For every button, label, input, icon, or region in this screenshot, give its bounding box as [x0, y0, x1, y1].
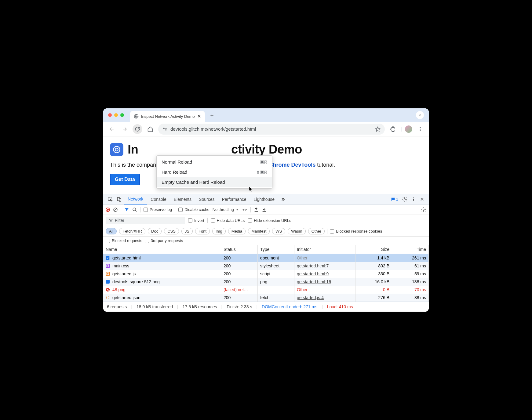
issues-button[interactable]: 1 — [391, 197, 398, 202]
funnel-icon — [109, 218, 113, 223]
chip-all[interactable]: All — [106, 228, 117, 234]
device-toggle-icon[interactable] — [115, 197, 124, 202]
browser-tab[interactable]: Inspect Network Activity Demo ✕ — [130, 111, 205, 122]
chip-manifest[interactable]: Manifest — [248, 228, 270, 234]
network-settings-gear-icon[interactable] — [421, 207, 426, 212]
chip-doc[interactable]: Doc — [148, 228, 162, 234]
menu-item-normal-reload[interactable]: Normal Reload ⌘R — [157, 157, 272, 167]
download-icon[interactable] — [262, 207, 267, 212]
tab-elements[interactable]: Elements — [170, 194, 195, 205]
search-icon[interactable] — [132, 207, 137, 212]
chip-js[interactable]: JS — [181, 228, 193, 234]
col-type[interactable]: Type — [258, 245, 294, 254]
extensions-button[interactable] — [388, 124, 398, 134]
cell-initiator: getstarted.html:16 — [294, 278, 355, 286]
status-domcontentloaded: DOMContentLoaded: 271 ms — [262, 304, 317, 309]
preserve-log-checkbox[interactable]: Preserve log — [144, 207, 172, 212]
reload-context-menu: Normal Reload ⌘R Hard Reload ⇧⌘R Empty C… — [156, 155, 272, 189]
blocked-response-cookies-checkbox[interactable]: Blocked response cookies — [330, 229, 382, 234]
col-name[interactable]: Name — [103, 245, 221, 254]
close-devtools-icon[interactable] — [418, 197, 426, 202]
site-settings-icon[interactable] — [162, 127, 167, 132]
chip-ws[interactable]: WS — [272, 228, 285, 234]
svg-point-4 — [420, 129, 421, 129]
svg-point-17 — [423, 209, 425, 210]
svg-point-16 — [133, 208, 136, 211]
col-status[interactable]: Status — [221, 245, 258, 254]
throttling-dropdown[interactable]: No throttling ▼ — [213, 207, 239, 212]
menu-item-label: Normal Reload — [162, 159, 192, 165]
wifi-icon[interactable] — [242, 207, 247, 212]
bookmark-star-icon[interactable] — [375, 126, 381, 132]
initiator-link[interactable]: getstarted.html:16 — [297, 279, 331, 284]
table-row[interactable]: 48.png(failed) net…Other0 B70 ms — [103, 286, 429, 294]
tab-sources[interactable]: Sources — [195, 194, 218, 205]
status-load: Load: 410 ms — [327, 304, 353, 309]
filter-icon[interactable] — [124, 207, 129, 212]
forward-button[interactable] — [120, 124, 129, 134]
table-row[interactable]: getstarted.json200fetchgetstarted.js:427… — [103, 294, 429, 302]
reload-button[interactable] — [133, 124, 142, 134]
minimize-window-button[interactable] — [114, 113, 118, 117]
third-party-checkbox[interactable]: 3rd-party requests — [145, 238, 183, 243]
chip-fetch-xhr[interactable]: Fetch/XHR — [119, 228, 145, 234]
chip-media[interactable]: Media — [228, 228, 246, 234]
hide-data-urls-checkbox[interactable]: Hide data URLs — [211, 218, 245, 223]
window-dropdown-button[interactable] — [416, 111, 424, 119]
maximize-window-button[interactable] — [120, 113, 124, 117]
initiator-link[interactable]: getstarted.js:4 — [297, 295, 324, 300]
table-row[interactable]: getstarted.html200documentOther1.4 kB261… — [103, 254, 429, 262]
menu-item-hard-reload[interactable]: Hard Reload ⇧⌘R — [157, 167, 272, 177]
cell-time: 70 ms — [392, 286, 429, 294]
hide-extension-urls-checkbox[interactable]: Hide extension URLs — [248, 218, 291, 223]
invert-checkbox[interactable]: Invert — [188, 218, 204, 223]
chip-wasm[interactable]: Wasm — [288, 228, 305, 234]
back-button[interactable] — [107, 124, 117, 134]
filter-input[interactable]: Filter — [106, 217, 185, 224]
col-initiator[interactable]: Initiator — [294, 245, 355, 254]
tab-network[interactable]: Network — [124, 194, 147, 205]
devtools-menu-icon[interactable] — [409, 197, 418, 202]
cell-status: 200 — [221, 254, 258, 262]
divider — [327, 229, 327, 234]
upload-icon[interactable] — [254, 207, 259, 212]
clear-icon[interactable] — [113, 207, 118, 212]
table-row[interactable]: devtools-square-512.png200pnggetstarted.… — [103, 278, 429, 286]
tab-console[interactable]: Console — [147, 194, 170, 205]
table-row[interactable]: main.css200stylesheetgetstarted.html:780… — [103, 262, 429, 270]
chip-img[interactable]: Img — [212, 228, 226, 234]
svg-point-13 — [413, 199, 414, 200]
profile-avatar[interactable] — [405, 125, 412, 133]
get-data-button[interactable]: Get Data — [110, 174, 140, 185]
record-button[interactable] — [106, 208, 110, 212]
browser-window: Inspect Network Activity Demo ✕ ＋ devtoo… — [103, 108, 429, 312]
chip-css[interactable]: CSS — [164, 228, 179, 234]
menu-item-empty-cache-hard-reload[interactable]: Empty Cache and Hard Reload — [157, 177, 272, 187]
more-tabs-icon[interactable] — [278, 197, 287, 202]
col-size[interactable]: Size — [355, 245, 392, 254]
traffic-lights — [108, 113, 124, 117]
tab-performance[interactable]: Performance — [218, 194, 250, 205]
col-time[interactable]: Time — [392, 245, 429, 254]
initiator-link[interactable]: getstarted.html:9 — [297, 271, 329, 276]
svg-point-1 — [163, 128, 164, 129]
svg-point-24 — [107, 273, 108, 274]
browser-menu-button[interactable] — [415, 124, 425, 134]
settings-gear-icon[interactable] — [400, 197, 409, 202]
chip-other[interactable]: Other — [308, 228, 325, 234]
svg-rect-9 — [117, 197, 120, 201]
new-tab-button[interactable]: ＋ — [209, 111, 215, 119]
disable-cache-checkbox[interactable]: Disable cache — [178, 207, 210, 212]
address-bar[interactable]: devtools.glitch.me/network/getstarted.ht… — [158, 124, 385, 135]
close-tab-icon[interactable]: ✕ — [197, 114, 201, 119]
inspect-element-icon[interactable] — [106, 197, 115, 202]
initiator-link[interactable]: getstarted.html:7 — [297, 263, 329, 268]
chip-font[interactable]: Font — [195, 228, 210, 234]
svg-point-14 — [413, 200, 414, 201]
table-row[interactable]: getstarted.js200scriptgetstarted.html:93… — [103, 270, 429, 278]
blocked-requests-checkbox[interactable]: Blocked requests — [106, 238, 142, 243]
divider — [250, 207, 251, 212]
close-window-button[interactable] — [108, 113, 112, 117]
home-button[interactable] — [145, 124, 155, 134]
tab-lighthouse[interactable]: Lighthouse — [250, 194, 279, 205]
